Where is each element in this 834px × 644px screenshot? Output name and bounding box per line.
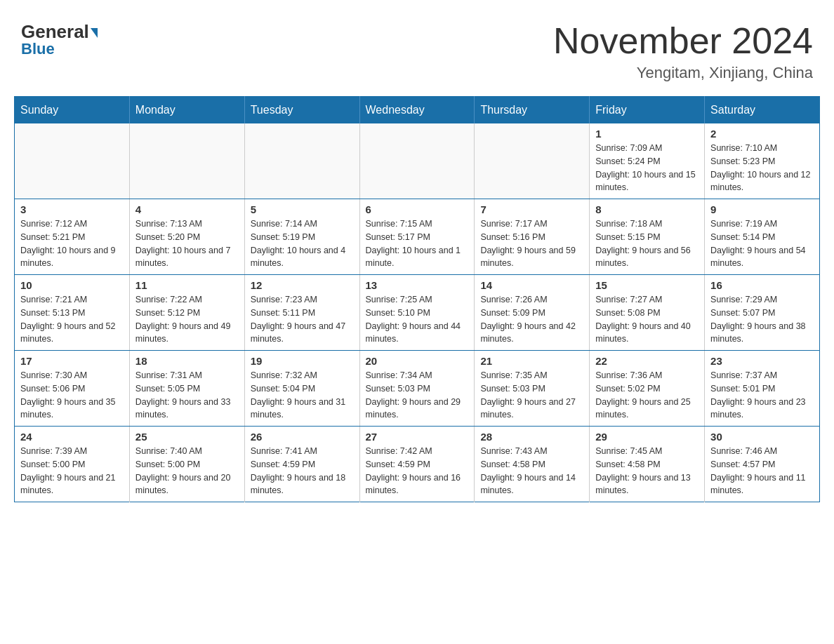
logo-blue-text: Blue: [21, 40, 55, 58]
day-number: 14: [480, 279, 583, 291]
calendar-cell: 25Sunrise: 7:40 AMSunset: 5:00 PMDayligh…: [129, 427, 244, 502]
calendar-cell: 11Sunrise: 7:22 AMSunset: 5:12 PMDayligh…: [129, 275, 244, 351]
month-title: November 2024: [553, 21, 813, 61]
calendar-cell: 23Sunrise: 7:37 AMSunset: 5:01 PMDayligh…: [705, 351, 820, 427]
page-header: General Blue November 2024 Yengitam, Xin…: [14, 14, 820, 89]
weekday-header-saturday: Saturday: [705, 97, 820, 124]
logo-triangle-icon: [91, 28, 98, 38]
day-number: 2: [710, 128, 814, 140]
day-info: Sunrise: 7:41 AMSunset: 4:59 PMDaylight:…: [251, 445, 354, 497]
day-info: Sunrise: 7:15 AMSunset: 5:17 PMDaylight:…: [366, 217, 469, 270]
day-info: Sunrise: 7:23 AMSunset: 5:11 PMDaylight:…: [251, 293, 354, 346]
day-number: 6: [366, 203, 469, 215]
day-info: Sunrise: 7:18 AMSunset: 5:15 PMDaylight:…: [595, 217, 699, 270]
day-number: 16: [710, 279, 814, 291]
calendar-cell: 19Sunrise: 7:32 AMSunset: 5:04 PMDayligh…: [244, 351, 359, 427]
day-number: 25: [135, 431, 239, 443]
weekday-header-sunday: Sunday: [15, 97, 130, 124]
calendar-cell: 24Sunrise: 7:39 AMSunset: 5:00 PMDayligh…: [15, 427, 130, 502]
calendar-cell: 10Sunrise: 7:21 AMSunset: 5:13 PMDayligh…: [15, 275, 130, 351]
calendar-cell: 20Sunrise: 7:34 AMSunset: 5:03 PMDayligh…: [359, 351, 475, 427]
day-info: Sunrise: 7:27 AMSunset: 5:08 PMDaylight:…: [595, 293, 699, 346]
calendar-cell: 18Sunrise: 7:31 AMSunset: 5:05 PMDayligh…: [129, 351, 244, 427]
day-number: 8: [595, 203, 699, 215]
weekday-header-thursday: Thursday: [475, 97, 590, 124]
day-number: 9: [710, 203, 814, 215]
day-info: Sunrise: 7:25 AMSunset: 5:10 PMDaylight:…: [366, 293, 469, 346]
day-info: Sunrise: 7:39 AMSunset: 5:00 PMDaylight:…: [20, 445, 124, 497]
day-number: 7: [480, 203, 583, 215]
day-number: 23: [710, 355, 814, 367]
day-number: 22: [595, 355, 699, 367]
day-info: Sunrise: 7:36 AMSunset: 5:02 PMDaylight:…: [595, 369, 699, 422]
calendar-cell: 29Sunrise: 7:45 AMSunset: 4:58 PMDayligh…: [590, 427, 705, 502]
calendar-cell: 2Sunrise: 7:10 AMSunset: 5:23 PMDaylight…: [705, 123, 820, 199]
day-number: 29: [595, 431, 699, 443]
day-info: Sunrise: 7:13 AMSunset: 5:20 PMDaylight:…: [135, 217, 239, 270]
day-info: Sunrise: 7:46 AMSunset: 4:57 PMDaylight:…: [710, 445, 814, 497]
day-number: 5: [251, 203, 354, 215]
calendar-cell: 5Sunrise: 7:14 AMSunset: 5:19 PMDaylight…: [244, 199, 359, 275]
calendar-week-row: 10Sunrise: 7:21 AMSunset: 5:13 PMDayligh…: [15, 275, 820, 351]
day-info: Sunrise: 7:43 AMSunset: 4:58 PMDaylight:…: [480, 445, 583, 497]
day-info: Sunrise: 7:34 AMSunset: 5:03 PMDaylight:…: [366, 369, 469, 422]
calendar-cell: [475, 123, 590, 199]
calendar-cell: 8Sunrise: 7:18 AMSunset: 5:15 PMDaylight…: [590, 199, 705, 275]
calendar-cell: 9Sunrise: 7:19 AMSunset: 5:14 PMDaylight…: [705, 199, 820, 275]
calendar-cell: [244, 123, 359, 199]
day-number: 4: [135, 203, 239, 215]
day-number: 12: [251, 279, 354, 291]
day-number: 19: [251, 355, 354, 367]
day-number: 24: [20, 431, 124, 443]
day-number: 26: [251, 431, 354, 443]
weekday-header-tuesday: Tuesday: [244, 97, 359, 124]
day-info: Sunrise: 7:09 AMSunset: 5:24 PMDaylight:…: [595, 142, 699, 194]
day-number: 30: [710, 431, 814, 443]
day-info: Sunrise: 7:21 AMSunset: 5:13 PMDaylight:…: [20, 293, 124, 346]
calendar-week-row: 24Sunrise: 7:39 AMSunset: 5:00 PMDayligh…: [15, 427, 820, 502]
calendar-cell: 7Sunrise: 7:17 AMSunset: 5:16 PMDaylight…: [475, 199, 590, 275]
day-number: 21: [480, 355, 583, 367]
weekday-header-wednesday: Wednesday: [359, 97, 475, 124]
day-number: 27: [366, 431, 469, 443]
day-number: 15: [595, 279, 699, 291]
day-info: Sunrise: 7:32 AMSunset: 5:04 PMDaylight:…: [251, 369, 354, 422]
calendar-cell: 17Sunrise: 7:30 AMSunset: 5:06 PMDayligh…: [15, 351, 130, 427]
day-info: Sunrise: 7:14 AMSunset: 5:19 PMDaylight:…: [251, 217, 354, 270]
day-number: 10: [20, 279, 124, 291]
day-info: Sunrise: 7:40 AMSunset: 5:00 PMDaylight:…: [135, 445, 239, 497]
calendar-cell: 3Sunrise: 7:12 AMSunset: 5:21 PMDaylight…: [15, 199, 130, 275]
calendar-cell: 30Sunrise: 7:46 AMSunset: 4:57 PMDayligh…: [705, 427, 820, 502]
day-info: Sunrise: 7:37 AMSunset: 5:01 PMDaylight:…: [710, 369, 814, 422]
calendar-week-row: 3Sunrise: 7:12 AMSunset: 5:21 PMDaylight…: [15, 199, 820, 275]
calendar-cell: 6Sunrise: 7:15 AMSunset: 5:17 PMDaylight…: [359, 199, 475, 275]
calendar-cell: 26Sunrise: 7:41 AMSunset: 4:59 PMDayligh…: [244, 427, 359, 502]
day-info: Sunrise: 7:10 AMSunset: 5:23 PMDaylight:…: [710, 142, 814, 194]
weekday-header-friday: Friday: [590, 97, 705, 124]
weekday-header-monday: Monday: [129, 97, 244, 124]
calendar-cell: 21Sunrise: 7:35 AMSunset: 5:03 PMDayligh…: [475, 351, 590, 427]
calendar-cell: 22Sunrise: 7:36 AMSunset: 5:02 PMDayligh…: [590, 351, 705, 427]
calendar-cell: 14Sunrise: 7:26 AMSunset: 5:09 PMDayligh…: [475, 275, 590, 351]
calendar-cell: 4Sunrise: 7:13 AMSunset: 5:20 PMDaylight…: [129, 199, 244, 275]
day-number: 17: [20, 355, 124, 367]
day-info: Sunrise: 7:19 AMSunset: 5:14 PMDaylight:…: [710, 217, 814, 270]
location-title: Yengitam, Xinjiang, China: [553, 64, 813, 82]
calendar-cell: 16Sunrise: 7:29 AMSunset: 5:07 PMDayligh…: [705, 275, 820, 351]
day-info: Sunrise: 7:17 AMSunset: 5:16 PMDaylight:…: [480, 217, 583, 270]
day-info: Sunrise: 7:22 AMSunset: 5:12 PMDaylight:…: [135, 293, 239, 346]
day-info: Sunrise: 7:12 AMSunset: 5:21 PMDaylight:…: [20, 217, 124, 270]
calendar-cell: 13Sunrise: 7:25 AMSunset: 5:10 PMDayligh…: [359, 275, 475, 351]
day-info: Sunrise: 7:35 AMSunset: 5:03 PMDaylight:…: [480, 369, 583, 422]
calendar-week-row: 17Sunrise: 7:30 AMSunset: 5:06 PMDayligh…: [15, 351, 820, 427]
day-number: 28: [480, 431, 583, 443]
day-number: 20: [366, 355, 469, 367]
calendar-cell: 28Sunrise: 7:43 AMSunset: 4:58 PMDayligh…: [475, 427, 590, 502]
day-info: Sunrise: 7:29 AMSunset: 5:07 PMDaylight:…: [710, 293, 814, 346]
day-number: 11: [135, 279, 239, 291]
day-info: Sunrise: 7:31 AMSunset: 5:05 PMDaylight:…: [135, 369, 239, 422]
calendar-table: SundayMondayTuesdayWednesdayThursdayFrid…: [14, 96, 820, 502]
weekday-header-row: SundayMondayTuesdayWednesdayThursdayFrid…: [15, 97, 820, 124]
calendar-cell: [15, 123, 130, 199]
day-number: 1: [595, 128, 699, 140]
